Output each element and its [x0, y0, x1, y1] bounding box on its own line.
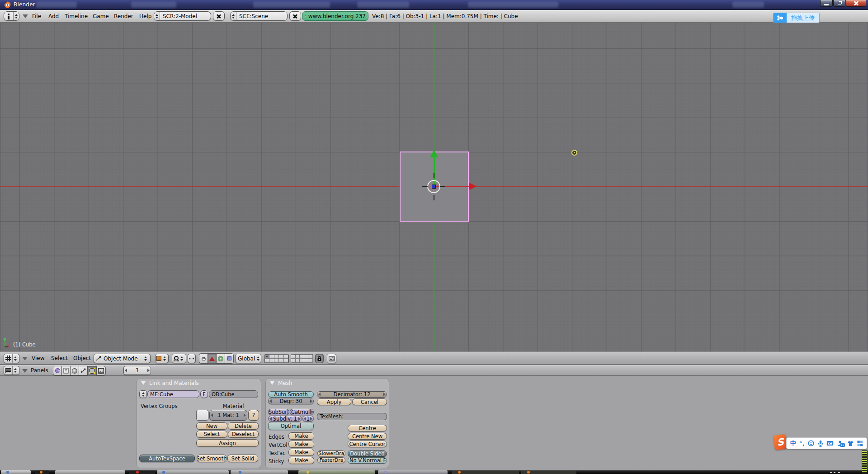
orientation-selector[interactable]: Global — [235, 354, 261, 363]
lock-layers-button[interactable] — [315, 354, 324, 363]
scene-context-button[interactable] — [96, 366, 106, 375]
ime-punctuation-toggle[interactable]: °, — [799, 440, 804, 447]
object-name-field[interactable]: OB:Cube — [209, 390, 258, 398]
translate-y-arrowhead[interactable] — [430, 150, 438, 157]
screen-selector[interactable]: SCR:2-Model — [154, 11, 211, 21]
editor-type-selector[interactable] — [4, 366, 19, 375]
manipulator-toggle-button[interactable] — [199, 353, 208, 364]
autotexspace-toggle[interactable]: AutoTexSpace — [139, 455, 195, 462]
delete-button[interactable]: Delete — [228, 422, 259, 430]
taskbar-item[interactable] — [35, 470, 49, 474]
texmesh-field[interactable]: TexMesh: — [317, 413, 387, 420]
centre-new-button[interactable]: Centre New — [348, 433, 387, 440]
minimize-button[interactable] — [820, 0, 833, 7]
edges-make-button[interactable]: Make — [288, 432, 314, 440]
decimator-slider[interactable]: Decimator: 12 — [317, 391, 387, 398]
menu-add[interactable]: Add — [48, 10, 59, 23]
menu-game[interactable]: Game — [93, 10, 109, 23]
menu-grid-icon[interactable] — [857, 441, 863, 446]
screen-delete-button[interactable] — [213, 11, 225, 21]
material-color-swatch[interactable] — [196, 410, 208, 421]
select-button[interactable]: Select — [196, 431, 227, 438]
degr-slider[interactable]: Degr: 30 — [268, 398, 314, 404]
taskbar-item[interactable] — [129, 470, 155, 474]
panel-collapse-icon[interactable] — [141, 381, 146, 385]
mesh-browse-button[interactable] — [139, 390, 147, 398]
translate-manipulator-button[interactable] — [208, 353, 217, 364]
3d-viewport[interactable]: Y x (1) Cube — [0, 23, 868, 351]
slower-draw-button[interactable]: SlowerDra — [317, 450, 345, 456]
menu-select[interactable]: Select — [51, 355, 68, 361]
editing-context-button[interactable] — [87, 366, 97, 375]
cancel-button[interactable]: Cancel — [352, 398, 387, 405]
menu-timeline[interactable]: Timeline — [65, 10, 88, 23]
material-help-button[interactable]: ? — [248, 410, 259, 421]
emoji-icon[interactable] — [808, 440, 814, 446]
assign-button[interactable]: Assign — [196, 439, 259, 447]
taskbar-item[interactable] — [521, 470, 576, 474]
faster-draw-button[interactable]: FasterDra — [317, 457, 345, 463]
scale-manipulator-button[interactable] — [225, 353, 234, 364]
material-index-slider[interactable]: 1 Mat: 1 — [209, 410, 247, 421]
blender-org-button[interactable]: www.blender.org 237 — [302, 11, 368, 21]
double-sided-toggle[interactable]: Double Sided — [348, 450, 387, 457]
menu-view[interactable]: View — [32, 355, 44, 361]
taskbar-item[interactable] — [231, 470, 288, 474]
subdiv-slider[interactable]: Subdiv: 1 — [268, 416, 302, 422]
apply-button[interactable]: Apply — [317, 398, 351, 405]
mesh-name-field[interactable]: ME:Cube — [147, 390, 199, 398]
lamp-object[interactable] — [571, 150, 577, 156]
taskbar-item[interactable] — [452, 470, 519, 474]
restore-button[interactable] — [833, 0, 845, 7]
centre-button[interactable]: Centre — [348, 425, 387, 431]
windows-taskbar[interactable] — [0, 470, 868, 474]
scene-delete-button[interactable] — [289, 11, 301, 21]
header-menu-collapse-icon[interactable] — [22, 369, 28, 373]
texfac-make-button[interactable]: Make — [288, 449, 314, 456]
sogou-logo[interactable]: S — [773, 434, 788, 450]
fake-user-button[interactable]: F — [200, 390, 208, 398]
taskbar-item[interactable] — [298, 470, 375, 474]
close-button[interactable] — [846, 0, 866, 7]
draw-type-selector[interactable] — [155, 354, 169, 363]
header-menu-collapse-icon[interactable] — [23, 14, 28, 18]
taskbar-item[interactable] — [1, 470, 31, 474]
menu-help[interactable]: Help — [139, 10, 151, 23]
header-menu-collapse-icon[interactable] — [22, 357, 28, 360]
window-titlebar[interactable]: Blender — [0, 0, 868, 10]
pivot-selector[interactable] — [172, 354, 186, 363]
translate-x-arrowhead[interactable] — [469, 183, 476, 190]
right-arrow-icon[interactable] — [147, 369, 150, 372]
panels-label[interactable]: Panels — [31, 367, 48, 374]
mode-selector[interactable]: Object Mode — [94, 354, 151, 363]
layer-buttons-group1[interactable] — [264, 354, 289, 363]
ime-language-toggle[interactable]: 中 — [790, 439, 796, 447]
taskbar-item[interactable] — [55, 470, 125, 474]
optimal-toggle[interactable]: Optimal — [268, 422, 314, 430]
new-button[interactable]: New — [196, 422, 227, 430]
sticky-make-button[interactable]: Make — [288, 457, 314, 464]
taskbar-item[interactable] — [157, 470, 229, 474]
set-solid-button[interactable]: Set Solid — [227, 455, 258, 462]
panel-collapse-icon[interactable] — [270, 381, 274, 385]
vertcol-make-button[interactable]: Make — [288, 441, 314, 448]
buttons-page-stepper[interactable]: 1 — [123, 366, 151, 375]
deselect-button[interactable]: Deselect — [228, 431, 259, 438]
auto-smooth-toggle[interactable]: Auto Smooth — [268, 391, 314, 398]
skin-icon[interactable] — [847, 441, 854, 446]
taskbar-item[interactable] — [378, 470, 448, 474]
centre-cursor-button[interactable]: Centre Cursor — [348, 441, 387, 447]
subdiv-render-slider[interactable]: 1 — [302, 416, 314, 422]
manipulator-size-button[interactable] — [188, 354, 196, 363]
right-arrow-icon[interactable] — [244, 413, 246, 417]
drag-upload-button[interactable]: 拖拽上传 — [773, 13, 820, 23]
account-icon[interactable]: 17 — [837, 440, 844, 446]
subsurf-toggle[interactable]: SubSurf — [268, 409, 289, 415]
menu-render[interactable]: Render — [114, 10, 133, 23]
editor-type-selector[interactable] — [4, 354, 19, 363]
shading-context-button[interactable] — [70, 366, 79, 375]
layer-buttons-group2[interactable] — [291, 354, 313, 363]
scene-selector[interactable]: SCE:Scene — [230, 11, 288, 21]
render-preview-button[interactable] — [327, 354, 336, 363]
set-smooth-button[interactable]: Set Smooth — [197, 455, 226, 462]
